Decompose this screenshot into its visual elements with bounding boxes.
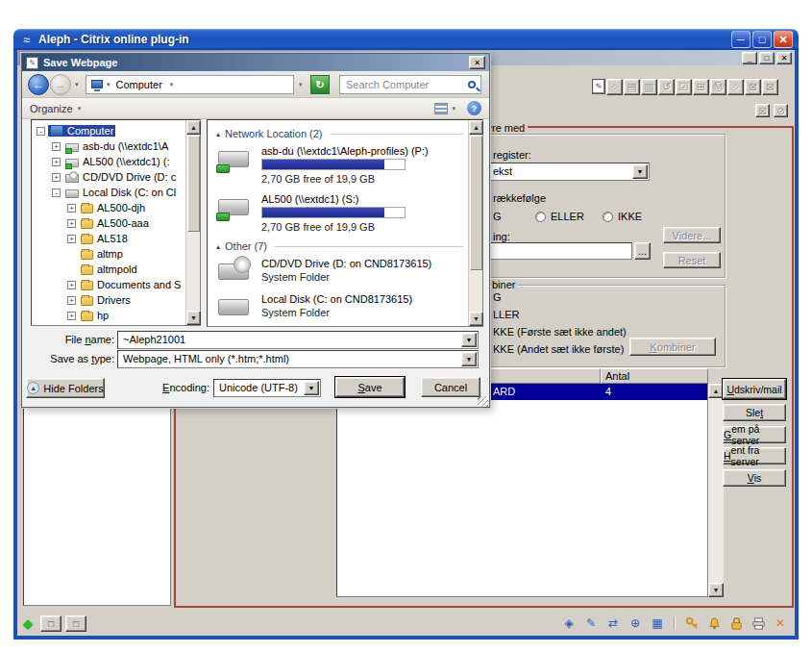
tree-item[interactable]: -Local Disk (C: on Cl [33,185,185,200]
expand-icon[interactable]: + [67,235,76,243]
session-cube-icon-2[interactable]: □ [65,615,86,632]
hierarchy-icon[interactable]: ⁘ [606,79,623,95]
file-item[interactable]: CD/DVD Drive (D: on CND8173615)System Fo… [216,257,467,286]
tree-item[interactable]: +AL500-djh [33,200,185,215]
breadcrumb-item-chevron-icon[interactable]: ▾ [170,81,174,88]
browse-button[interactable]: ... [634,242,651,260]
radio-eller[interactable] [535,212,546,222]
bell-icon[interactable] [705,615,723,631]
radio-ikke-label[interactable]: IKKE [618,211,642,222]
file-item[interactable]: asb-du (\\extdc1\Aleph-profiles) (P:)2,7… [216,144,467,186]
gem-pa-server-button[interactable]: Gem på server [723,426,786,443]
search-box[interactable] [339,75,481,94]
kombiner-button[interactable]: Kombiner [629,338,716,356]
group-header[interactable]: ▴Network Location (2) [216,128,463,139]
app-titlebar[interactable]: ≈ Aleph - Citrix online plug-in ─ □ ✕ [13,29,799,50]
history-chevron-icon[interactable]: ▾ [75,81,79,88]
undo-icon[interactable]: ↺ [658,79,675,95]
chevron-down-icon[interactable]: ▼ [461,352,477,366]
save-button[interactable]: Save [335,377,405,397]
file-item[interactable]: AL500 (\\extdc1) (S:)2,70 GB free of 19,… [216,192,467,234]
tree-scrollbar[interactable]: ▲ ▼ [185,120,200,325]
address-dropdown-icon[interactable]: ▾ [299,81,303,88]
tree-item[interactable]: altmp [33,246,185,262]
file-name-combo[interactable]: ~Aleph21001 ▼ [117,331,479,349]
minimize-button[interactable]: ─ [731,31,750,48]
combine-option-ikke1[interactable]: KKE (Første sæt ikke andet) [493,326,627,338]
radio-eller-label[interactable]: ELLER [551,211,584,222]
save-type-combo[interactable]: Webpage, HTML only (*.htm;*.html) ▼ [117,350,479,368]
breadcrumb-item[interactable]: Computer [116,79,162,90]
encoding-combo[interactable]: Unicode (UTF-8) ▼ [213,379,321,397]
tree-item[interactable]: altmpold [33,262,185,277]
frame-icon[interactable]: ⊞ [693,79,709,95]
hent-fra-server-button[interactable]: Hent fra server [723,447,786,464]
scroll-up-icon[interactable]: ▲ [469,120,483,135]
file-item[interactable]: Local Disk (C: on CND8173615)System Fold… [216,292,467,321]
chevron-down-icon[interactable]: ▼ [461,333,477,347]
videre-button[interactable]: Videre... [663,227,721,243]
combine-option-eller[interactable]: LLER [493,309,520,320]
group-collapse-icon[interactable]: ▴ [216,242,220,251]
scroll-up-icon[interactable]: ▲ [708,384,724,398]
grid-icon[interactable]: ▦ [649,615,666,631]
print-icon[interactable] [750,615,767,631]
back-button[interactable]: ← [28,74,49,95]
padlock-icon[interactable] [727,615,745,631]
checkbox-icon[interactable]: ☑ [676,79,692,95]
collapse-icon[interactable]: - [37,127,45,136]
radio-ikke[interactable] [603,212,613,222]
search-icon[interactable] [468,81,476,88]
scroll-down-icon[interactable]: ▼ [708,583,724,597]
scrollbar-thumb[interactable] [187,136,200,232]
expand-icon[interactable]: + [52,158,61,166]
close-record-icon[interactable]: ⊠ [745,79,761,95]
views-button[interactable] [434,103,448,114]
mdi-restore-button[interactable]: □ [759,52,775,64]
session-cube-icon-1[interactable]: □ [40,615,62,632]
views-chevron-icon[interactable]: ▾ [452,105,455,113]
resize-grip[interactable] [478,396,488,407]
tree-item[interactable]: +Documents and S [33,277,185,292]
tree-item[interactable]: +AL500 (\\extdc1) (: [33,154,185,169]
mdi-close-button[interactable]: ✕ [776,52,792,64]
breadcrumb[interactable]: ▾ Computer ▾ [86,75,294,94]
marc-icon[interactable]: Ⓜ [710,79,726,95]
tree-item[interactable]: +hp [33,308,185,323]
reset-button[interactable]: Reset [663,252,721,268]
open-book-icon[interactable]: ▤ [624,79,640,95]
results-scrollbar[interactable]: ▲ ▼ [708,384,724,597]
cancel-button[interactable]: Cancel [421,377,480,397]
group-header[interactable]: ▴Other (7) [216,240,463,252]
edit-icon[interactable]: ✎ [582,615,600,631]
close-session-icon[interactable]: ✕ [772,615,789,631]
hide-folders-button[interactable]: ▲ Hide Folders [26,378,105,398]
tree-item[interactable]: +AL500-aaa [33,215,185,231]
slet-button[interactable]: Slet [723,404,786,421]
maximize-button[interactable]: □ [752,31,772,48]
vis-button[interactable]: Vis [723,469,786,487]
cancel-window-icon[interactable]: ⊘ [774,104,788,117]
tree-item[interactable]: +AL518 [33,231,185,246]
expand-icon[interactable]: + [67,296,76,305]
scroll-down-icon[interactable]: ▼ [186,311,201,325]
tree-item[interactable]: -Computer [33,123,185,138]
scatter-icon[interactable]: ⁘ [727,79,744,95]
chevron-down-icon[interactable]: ▼ [632,164,648,179]
scrollbar-thumb[interactable] [470,136,482,270]
mdi-minimize-button[interactable]: _ [742,52,757,64]
expand-icon[interactable]: + [67,312,76,320]
scroll-up-icon[interactable]: ▲ [186,120,201,135]
organize-chevron-icon[interactable]: ▾ [78,105,82,113]
chevron-down-icon[interactable]: ▼ [304,381,319,395]
expand-icon[interactable]: + [52,142,61,151]
sync-icon[interactable]: ⇄ [604,615,622,631]
tree-item[interactable]: +CD/DVD Drive (D: c [33,169,185,185]
list-scrollbar[interactable]: ▲ ▼ [468,120,482,326]
close-button[interactable]: ✕ [774,31,793,48]
expand-icon[interactable]: + [67,219,76,228]
key-icon[interactable] [683,615,701,631]
radio-og-label[interactable]: G [493,211,502,222]
expand-icon[interactable]: + [67,281,76,289]
expand-icon[interactable]: + [52,173,61,182]
